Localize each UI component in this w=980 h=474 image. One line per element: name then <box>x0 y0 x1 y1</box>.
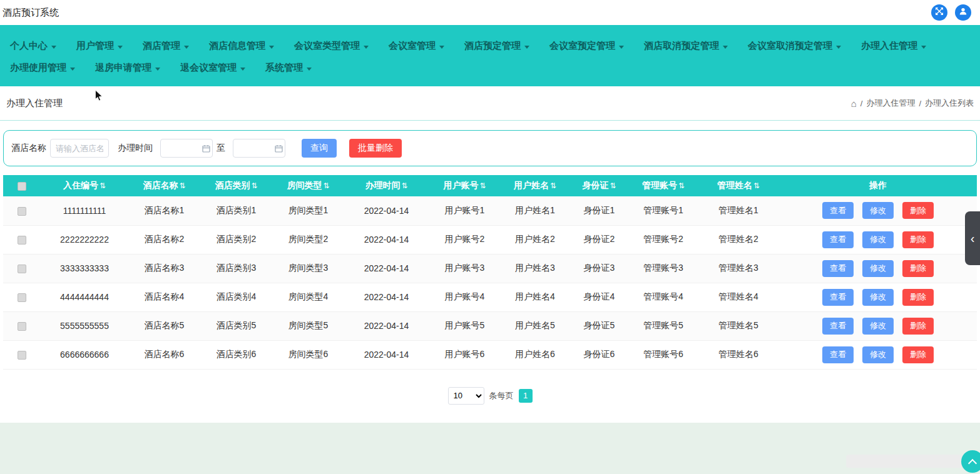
nav-item-checkout-request-management[interactable]: 退房申请管理 <box>95 57 160 79</box>
nav-item-meeting-room-type-management[interactable]: 会议室类型管理 <box>294 35 369 57</box>
footer <box>0 423 980 474</box>
breadcrumb-checkin-management[interactable]: 办理入住管理 <box>866 98 915 109</box>
view-button[interactable]: 查看 <box>822 318 854 335</box>
back-to-top-button[interactable] <box>961 450 980 473</box>
nav-item-hotel-management[interactable]: 酒店管理 <box>143 35 189 57</box>
nav-item-label: 办理使用管理 <box>10 62 66 74</box>
row-checkbox[interactable] <box>18 236 26 245</box>
nav-item-meeting-room-booking-cancel-management[interactable]: 会议室取消预定管理 <box>748 35 841 57</box>
handle-time-start-input[interactable] <box>160 139 213 158</box>
select-all-checkbox[interactable] <box>18 182 26 191</box>
cell-id-card: 身份证1 <box>569 196 629 225</box>
page-1-button[interactable]: 1 <box>519 389 533 403</box>
cell-actions: 查看 修改 删除 <box>779 311 977 340</box>
nav-item-usage-management[interactable]: 办理使用管理 <box>10 57 75 79</box>
nav-item-checkin-management[interactable]: 办理入住管理 <box>861 35 926 57</box>
home-icon[interactable]: ⌂ <box>851 98 857 109</box>
col-user-name-header[interactable]: 用户姓名⇅ <box>501 175 569 196</box>
cell-admin-account: 管理账号3 <box>629 254 698 283</box>
view-button[interactable]: 查看 <box>822 260 854 277</box>
col-user-account-header[interactable]: 用户账号⇅ <box>429 175 501 196</box>
nav-item-system-management[interactable]: 系统管理 <box>265 57 312 79</box>
edit-button[interactable]: 修改 <box>862 289 894 306</box>
cell-checkin-no: 5555555555 <box>41 311 128 340</box>
topbar-icons <box>931 4 971 21</box>
column-label: 办理时间 <box>365 180 400 190</box>
delete-button[interactable]: 删除 <box>902 260 934 277</box>
nav-item-user-management[interactable]: 用户管理 <box>76 35 123 57</box>
row-checkbox[interactable] <box>18 207 26 216</box>
horizontal-scrollbar[interactable] <box>846 455 962 468</box>
nav-item-label: 会议室类型管理 <box>294 40 360 52</box>
delete-button[interactable]: 删除 <box>902 318 934 335</box>
view-button[interactable]: 查看 <box>822 346 854 363</box>
cell-id-card: 身份证6 <box>569 340 629 369</box>
cell-user-name: 用户姓名2 <box>501 225 569 254</box>
cell-id-card: 身份证5 <box>569 311 629 340</box>
nav-item-hotel-booking-cancel-management[interactable]: 酒店取消预定管理 <box>644 35 728 57</box>
search-button[interactable]: 查询 <box>302 139 337 158</box>
column-label: 管理账号 <box>642 180 677 190</box>
row-checkbox[interactable] <box>18 293 26 302</box>
edit-button[interactable]: 修改 <box>862 231 894 248</box>
nav-item-meeting-room-booking-management[interactable]: 会议室预定管理 <box>549 35 624 57</box>
select-all-header <box>3 175 41 196</box>
view-button[interactable]: 查看 <box>822 289 854 306</box>
edit-button[interactable]: 修改 <box>862 260 894 277</box>
col-id-card-header[interactable]: 身份证⇅ <box>569 175 629 196</box>
chevron-down-icon <box>155 68 160 71</box>
view-button[interactable]: 查看 <box>822 231 854 248</box>
chevron-down-icon <box>269 46 274 49</box>
col-admin-account-header[interactable]: 管理账号⇅ <box>629 175 698 196</box>
nav-item-meeting-room-return-management[interactable]: 退会议室管理 <box>180 57 245 79</box>
row-checkbox[interactable] <box>18 351 26 360</box>
edit-button[interactable]: 修改 <box>862 318 894 335</box>
table-row: 2222222222 酒店名称2 酒店类别2 房间类型2 2022-04-14 … <box>3 225 977 254</box>
col-hotel-name-header[interactable]: 酒店名称⇅ <box>128 175 200 196</box>
edit-button[interactable]: 修改 <box>862 346 894 363</box>
delete-button[interactable]: 删除 <box>902 231 934 248</box>
cell-user-name: 用户姓名1 <box>501 196 569 225</box>
nav-item-personal-center[interactable]: 个人中心 <box>10 35 56 57</box>
sort-icon: ⇅ <box>753 181 760 190</box>
col-room-type-header[interactable]: 房间类型⇅ <box>272 175 344 196</box>
cell-room-type: 房间类型2 <box>272 225 344 254</box>
delete-button[interactable]: 删除 <box>902 346 934 363</box>
col-hotel-category-header[interactable]: 酒店类别⇅ <box>200 175 272 196</box>
page-size-select[interactable]: 10 <box>448 387 484 405</box>
col-checkin-no-header[interactable]: 入住编号⇅ <box>41 175 128 196</box>
cell-handle-time: 2022-04-14 <box>344 225 429 254</box>
nav-item-hotel-info-management[interactable]: 酒店信息管理 <box>209 35 274 57</box>
cell-checkbox <box>3 196 41 225</box>
edit-button[interactable]: 修改 <box>862 202 894 219</box>
cell-id-card: 身份证4 <box>569 283 629 311</box>
cell-actions: 查看 修改 删除 <box>779 225 977 254</box>
side-panel-toggle[interactable]: ‹ <box>965 211 980 265</box>
hotel-name-input[interactable] <box>50 139 109 158</box>
nav-item-label: 个人中心 <box>10 40 48 52</box>
nav-item-hotel-booking-management[interactable]: 酒店预定管理 <box>464 35 529 57</box>
fullscreen-button[interactable] <box>931 4 947 21</box>
user-profile-button[interactable] <box>955 4 971 21</box>
breadcrumb-checkin-list[interactable]: 办理入住列表 <box>925 98 974 109</box>
row-checkbox[interactable] <box>18 322 26 331</box>
nav-item-label: 会议室预定管理 <box>549 40 615 52</box>
nav-item-meeting-room-management[interactable]: 会议室管理 <box>389 35 444 57</box>
delete-button[interactable]: 删除 <box>902 202 934 219</box>
cell-hotel-name: 酒店名称4 <box>128 283 200 311</box>
batch-delete-button[interactable]: 批量删除 <box>349 139 402 158</box>
handle-time-end-input[interactable] <box>233 139 285 158</box>
cell-admin-account: 管理账号4 <box>629 283 698 311</box>
view-button[interactable]: 查看 <box>822 202 854 219</box>
delete-button[interactable]: 删除 <box>902 289 934 306</box>
sort-icon: ⇅ <box>479 181 486 190</box>
nav-item-label: 系统管理 <box>265 62 303 74</box>
col-handle-time-header[interactable]: 办理时间⇅ <box>344 175 429 196</box>
col-admin-name-header[interactable]: 管理姓名⇅ <box>698 175 779 196</box>
page-title: 办理入住管理 <box>6 98 63 109</box>
row-checkbox[interactable] <box>18 265 26 273</box>
cell-admin-account: 管理账号5 <box>629 311 698 340</box>
cell-hotel-category: 酒店类别5 <box>200 311 272 340</box>
chevron-up-icon <box>968 458 977 467</box>
cell-checkbox <box>3 283 41 311</box>
